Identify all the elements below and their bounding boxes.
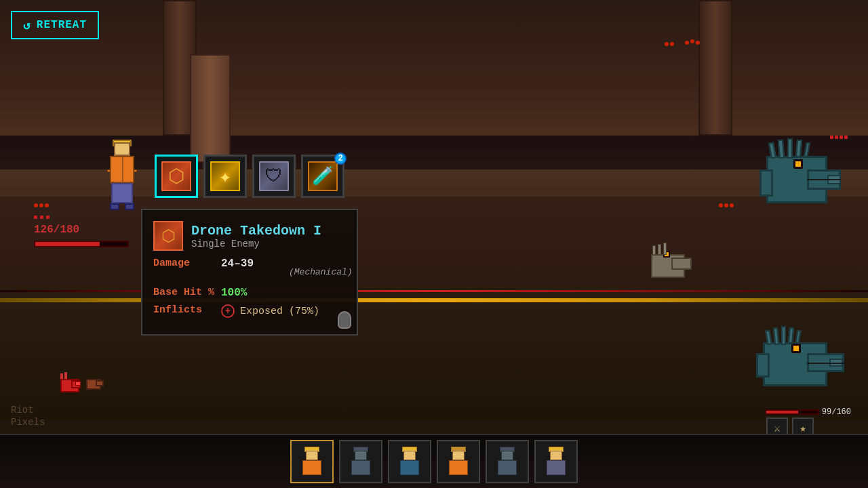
skill-slot-2[interactable] bbox=[203, 155, 247, 198]
portrait-3 bbox=[392, 444, 427, 479]
skill-tooltip: Drone Takedown I Single Enemy Damage 24–… bbox=[141, 209, 358, 336]
hp-dot bbox=[46, 216, 50, 219]
char-boot-left bbox=[110, 203, 119, 210]
floor-lower bbox=[0, 285, 868, 420]
yellow-accent-line bbox=[0, 298, 868, 302]
inflicts-effect: Exposed (75%) bbox=[240, 306, 319, 317]
watermark-line2: Pixels bbox=[11, 416, 45, 428]
skill-slot-4[interactable]: 2 bbox=[301, 155, 344, 198]
inflicts-content: Exposed (75%) bbox=[221, 304, 319, 318]
party-member-1[interactable] bbox=[290, 440, 334, 483]
tooltip-target-type: Single Enemy bbox=[191, 239, 321, 249]
inflicts-label: Inflicts bbox=[153, 304, 221, 316]
party-member-5[interactable] bbox=[486, 440, 529, 483]
party-member-2[interactable] bbox=[339, 440, 382, 483]
enemy-dot bbox=[840, 136, 843, 139]
base-hit-label: Base Hit % bbox=[153, 287, 221, 298]
party-member-6[interactable] bbox=[534, 440, 578, 483]
skill-bar: 2 bbox=[155, 155, 344, 198]
damage-value: 24–39 bbox=[221, 258, 254, 270]
damage-dot bbox=[39, 203, 43, 207]
enemy-dot bbox=[830, 136, 833, 139]
char-body bbox=[110, 156, 134, 183]
skill-badge: 2 bbox=[334, 152, 347, 165]
damage-dot bbox=[719, 203, 723, 207]
tooltip-damage-row: Damage 24–39 (Mechanical) bbox=[153, 258, 346, 281]
watermark: Riot Pixels bbox=[11, 404, 45, 428]
portrait-6 bbox=[538, 444, 574, 479]
damage-label: Damage bbox=[153, 258, 221, 269]
player-character bbox=[102, 142, 142, 210]
shield-icon bbox=[259, 161, 289, 191]
drone-takedown-icon bbox=[161, 161, 191, 191]
bg-structure bbox=[190, 54, 231, 163]
portrait-5 bbox=[490, 444, 525, 479]
char-legs bbox=[111, 183, 133, 203]
party-member-4[interactable] bbox=[437, 440, 480, 483]
game-background: 126/180 2 Drone Takedo bbox=[0, 0, 868, 488]
player-hp-text: 126/180 bbox=[34, 224, 79, 236]
damage-dot bbox=[665, 42, 669, 46]
enemy-bottom-hp-text: 99/160 bbox=[822, 407, 851, 417]
ceiling bbox=[0, 0, 868, 136]
party-member-3[interactable] bbox=[388, 440, 431, 483]
portrait-1 bbox=[294, 444, 330, 479]
track-line bbox=[0, 290, 868, 292]
pillar-right bbox=[698, 0, 732, 136]
flask-icon bbox=[308, 161, 338, 191]
base-hit-value: 100% bbox=[221, 287, 247, 299]
char-head bbox=[114, 142, 130, 156]
tooltip-inflicts-row: Inflicts Exposed (75%) bbox=[153, 304, 346, 318]
hp-dot bbox=[40, 216, 43, 219]
damage-dot bbox=[724, 203, 728, 207]
watermark-line1: Riot bbox=[11, 404, 45, 416]
small-creatures bbox=[58, 376, 104, 401]
tooltip-title: Drone Takedown I bbox=[191, 223, 321, 239]
retreat-label: RETREAT bbox=[37, 19, 87, 31]
enemy-bottom-hp-container: 99/160 bbox=[765, 407, 851, 417]
retreat-button[interactable]: ↺ RETREAT bbox=[11, 11, 99, 39]
player-hp-bar bbox=[34, 241, 129, 247]
damage-dot bbox=[45, 203, 49, 207]
portrait-4 bbox=[441, 444, 476, 479]
enemy-top-right[interactable] bbox=[760, 142, 848, 224]
damage-dot bbox=[696, 41, 700, 45]
tooltip-header: Drone Takedown I Single Enemy bbox=[153, 221, 346, 251]
tooltip-skill-icon bbox=[153, 221, 183, 251]
damage-dot bbox=[34, 203, 38, 207]
player-hp-fill bbox=[35, 242, 100, 246]
enemy-dot bbox=[844, 136, 848, 139]
party-bar bbox=[0, 434, 868, 488]
exposed-icon bbox=[221, 304, 235, 318]
small-creature-1 bbox=[58, 376, 82, 401]
retreat-arrow-icon: ↺ bbox=[23, 18, 31, 33]
portrait-2 bbox=[343, 444, 378, 479]
tooltip-hit-row: Base Hit % 100% bbox=[153, 287, 346, 299]
enemy-mid-right[interactable] bbox=[644, 244, 698, 285]
char-boot-right bbox=[125, 203, 134, 210]
body-detail bbox=[122, 157, 123, 182]
skill-slot-1[interactable] bbox=[155, 155, 198, 198]
enemy-dot bbox=[835, 136, 838, 139]
skill-slot-3[interactable] bbox=[252, 155, 296, 198]
damage-dot bbox=[730, 203, 734, 207]
enemy-top-right-dots bbox=[830, 136, 848, 139]
small-creature-2 bbox=[85, 376, 104, 395]
damage-dot bbox=[690, 39, 694, 43]
explosion-icon bbox=[210, 161, 240, 191]
hp-dot bbox=[34, 216, 37, 219]
enemy-hp-bar bbox=[765, 409, 819, 415]
damage-dot bbox=[685, 41, 689, 45]
enemy-hp-fill bbox=[766, 411, 798, 413]
enemy-bottom-right[interactable]: 99/160 bbox=[756, 329, 851, 403]
damage-dot bbox=[670, 42, 674, 46]
cursor-indicator bbox=[338, 311, 351, 329]
hp-dots-container bbox=[34, 216, 50, 219]
